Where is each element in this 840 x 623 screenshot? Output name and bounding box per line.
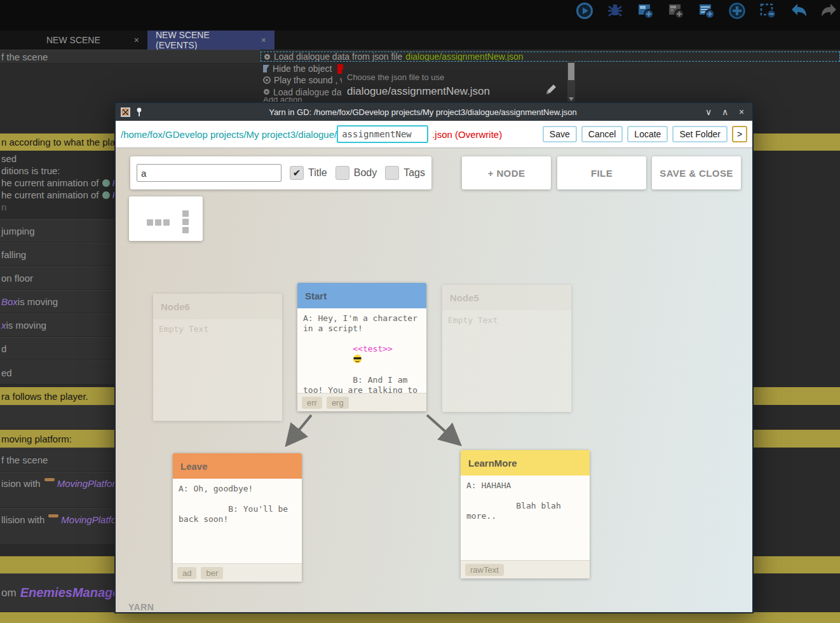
title-checkbox-label: Title [308, 167, 327, 179]
scrollbar-down-arrow[interactable] [569, 97, 574, 101]
tags-checkbox[interactable] [385, 166, 399, 180]
minimap-node [182, 219, 189, 225]
player-object-icon [102, 191, 110, 199]
redo-icon[interactable] [820, 2, 837, 20]
tag-chip: erg [327, 397, 349, 409]
play-sound-icon [263, 76, 271, 84]
yarn-command: <<test>> [353, 344, 393, 353]
node-body: A: Hey, I'm a character in a script! <<t… [297, 308, 426, 393]
hide-object-icon [263, 65, 269, 72]
toolbar-icon-group [576, 2, 837, 20]
node-tags: rawText [461, 560, 590, 578]
node-title: Start [297, 283, 426, 308]
tag-chip: err [302, 397, 322, 409]
pin-icon[interactable] [135, 107, 143, 117]
tag-chip: ber [201, 567, 223, 579]
body-checkbox-label: Body [354, 167, 377, 179]
node-start[interactable]: Start A: Hey, I'm a character in a scrip… [297, 283, 426, 411]
action-icon [264, 53, 271, 60]
platform-object-icon [48, 514, 58, 517]
event-row[interactable]: he current animation ofPl [0, 189, 114, 201]
add-external-events-icon[interactable] [698, 2, 715, 20]
file-button[interactable]: FILE [557, 156, 646, 189]
search-input[interactable] [137, 164, 281, 182]
tab-label: NEW SCENE (EVENTS) [156, 30, 252, 50]
app-toolbar [0, 0, 840, 31]
tab-close-icon[interactable]: × [261, 35, 266, 45]
minimap-node [163, 219, 170, 226]
filename-input[interactable] [337, 125, 428, 143]
node-leave[interactable]: Leave A: Oh, goodbye! B: You'll be back … [173, 453, 302, 582]
search-card: ✔ Title Body Tags [130, 156, 431, 189]
node-tags: err erg [297, 393, 426, 411]
save-path-prefix: /home/fox/GDevelop projects/My project3/… [121, 129, 337, 140]
tab-new-scene[interactable]: NEW SCENE × [38, 31, 147, 50]
minimap-node [147, 219, 153, 226]
edit-pencil-icon[interactable] [545, 84, 557, 95]
yarn-window: Yarn in GD: /home/fox/GDevelop projects/… [114, 102, 754, 613]
json-file-field[interactable]: Choose the json file to use dialogue/ass… [342, 70, 568, 102]
window-title: Yarn in GD: /home/fox/GDevelop projects/… [148, 107, 698, 117]
sunglasses-emoji [353, 354, 362, 364]
node-body: A: HAHAHA Blah blah more.. [461, 476, 590, 560]
minimap-node [182, 227, 189, 233]
close-icon[interactable]: × [736, 107, 747, 117]
yarn-footer-label: YARN [128, 602, 154, 612]
more-button[interactable]: > [732, 126, 747, 142]
node-title: LearnMore [461, 450, 590, 476]
scrollbar-thumb[interactable] [568, 63, 574, 80]
action-icon [263, 88, 270, 95]
add-external-layout-icon[interactable] [667, 2, 685, 20]
deselect-icon[interactable] [759, 2, 776, 20]
player-object-icon [102, 179, 110, 187]
node-body: Empty Text [153, 319, 282, 421]
node-title: Node5 [442, 285, 571, 310]
minimap[interactable] [129, 196, 203, 241]
add-node-button[interactable]: + NODE [462, 156, 551, 189]
node-body: Empty Text [442, 310, 571, 412]
event-action-row-selected[interactable]: Load dialogue data from json file dialog… [261, 51, 840, 62]
node-learnmore[interactable]: LearnMore A: HAHAHA Blah blah more.. raw… [461, 450, 590, 578]
rollup-icon[interactable]: ∧ [719, 107, 731, 117]
set-folder-button[interactable]: Set Folder [672, 126, 728, 142]
tab-bar: NEW SCENE × NEW SCENE (EVENTS) × [0, 31, 840, 50]
tag-chip: ad [177, 567, 196, 579]
field-placeholder: Choose the json file to use [347, 72, 444, 82]
event-row[interactable]: he current animation ofPl [0, 177, 114, 189]
tab-label: NEW SCENE [46, 35, 100, 45]
yarn-titlebar[interactable]: Yarn in GD: /home/fox/GDevelop projects/… [116, 103, 752, 121]
add-scene-icon[interactable] [637, 2, 654, 20]
undo-icon[interactable] [789, 2, 807, 20]
add-object-icon[interactable] [728, 2, 746, 20]
check-icon: ✔ [293, 167, 301, 179]
minimap-node [182, 210, 189, 217]
field-value: dialogue/assignmentNew.json [347, 85, 490, 98]
body-checkbox[interactable] [335, 166, 349, 180]
yarn-app-icon [121, 107, 130, 117]
save-close-button[interactable]: SAVE & CLOSE [652, 156, 741, 189]
node-body: A: Oh, goodbye! B: You'll be back soon! [173, 479, 302, 563]
screen: NEW SCENE × NEW SCENE (EVENTS) × f the s… [0, 0, 840, 623]
tab-close-icon[interactable]: × [134, 35, 139, 45]
node-title: Leave [173, 453, 302, 479]
shade-icon[interactable]: ∨ [703, 107, 714, 117]
title-checkbox[interactable]: ✔ [290, 166, 304, 180]
yarn-canvas[interactable]: ✔ Title Body Tags + NODE FILE SAVE & CLO… [116, 148, 752, 612]
comment-row[interactable] [0, 612, 840, 623]
save-suffix: .json (Overwrite) [432, 129, 502, 140]
node-node6[interactable]: Node6 Empty Text [153, 294, 282, 421]
cancel-button[interactable]: Cancel [581, 126, 623, 142]
events-scrollbar[interactable] [567, 61, 575, 102]
event-row[interactable]: f the scene [0, 50, 261, 64]
tag-chip: rawText [465, 564, 504, 576]
node-node5[interactable]: Node5 Empty Text [442, 285, 571, 412]
tags-checkbox-label: Tags [403, 167, 425, 179]
play-icon[interactable] [576, 2, 593, 20]
save-button[interactable]: Save [543, 126, 577, 142]
tab-new-scene-events[interactable]: NEW SCENE (EVENTS) × [147, 31, 274, 50]
debug-icon[interactable] [606, 2, 624, 20]
locate-button[interactable]: Locate [627, 126, 668, 142]
node-tags: ad ber [173, 563, 302, 582]
node-title: Node6 [153, 294, 282, 319]
platform-object-icon [44, 478, 55, 481]
